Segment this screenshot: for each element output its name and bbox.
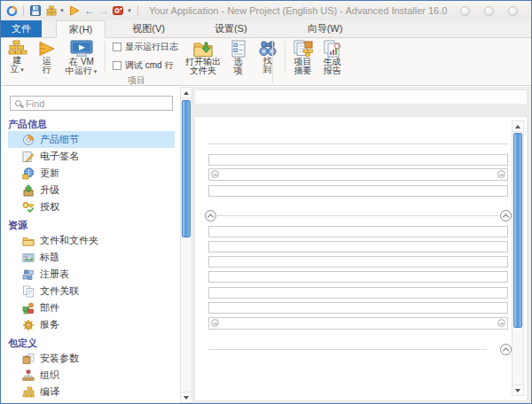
ribbon-tab-bar: 文件 家(H) 视图(V) 设置(S) 向导(W) (1, 20, 531, 38)
main-panel (192, 87, 531, 403)
ribbon-group-label: 项目 (1, 74, 272, 85)
run-icon[interactable] (68, 4, 81, 17)
tab-file[interactable]: 文件 (1, 20, 42, 37)
toolbar-strip (194, 106, 528, 116)
forward-arrow-icon[interactable]: → (98, 5, 109, 16)
maximize-button[interactable] (484, 6, 494, 16)
run-in-vm-button[interactable]: 在 VM 中运行 ▼ (61, 38, 102, 74)
scrollbar-track[interactable] (181, 98, 192, 392)
scroll-up-button[interactable] (181, 88, 192, 98)
checkbox-icon (113, 61, 121, 70)
title-bar: ▼ ← → ▼ Your Application - New Project (… (1, 1, 531, 20)
sidebar-item-assemblies[interactable]: 部件 (1, 299, 180, 316)
form-field-8[interactable] (208, 287, 508, 299)
sidebar-item-media[interactable]: 标题 (1, 249, 180, 266)
search-input[interactable] (26, 98, 168, 109)
back-arrow-icon[interactable]: ← (84, 5, 95, 16)
form-field-6[interactable] (208, 256, 508, 268)
sidebar-item-builds[interactable]: 编译 (1, 384, 180, 400)
application-window: ▼ ← → ▼ Your Application - New Project (… (0, 0, 532, 404)
triangle-up-icon (184, 91, 189, 95)
install-params-icon (22, 353, 35, 365)
form-field-3[interactable] (208, 185, 508, 197)
chevron-down-icon: ▼ (20, 67, 25, 73)
debug-cmd-line-checkbox[interactable]: 调试 cmd 行 (113, 59, 178, 72)
sidebar-item-updates[interactable]: 更新 (1, 165, 180, 182)
scrollbar-track[interactable] (512, 132, 523, 385)
images-icon (22, 252, 35, 264)
show-run-log-checkbox[interactable]: 显示运行日志 (113, 41, 178, 53)
chevron-up-icon (503, 347, 509, 354)
close-button[interactable] (508, 6, 518, 16)
key-icon (22, 201, 35, 214)
collapse-section-button[interactable] (205, 210, 216, 221)
options-button[interactable]: 选 项 (223, 38, 253, 74)
upgrade-box-icon (22, 184, 35, 197)
org-chart-icon (22, 369, 35, 382)
sidebar-item-organization[interactable]: 组织 (1, 367, 180, 384)
search-box[interactable] (10, 96, 173, 111)
form-field-9[interactable] (208, 302, 508, 314)
sidebar-item-product-details[interactable]: 产品细节 (8, 131, 175, 148)
collapse-section-button[interactable] (500, 344, 512, 355)
partial-item-icon (22, 403, 35, 404)
sidebar-item-upgrades[interactable]: 升级 (1, 182, 180, 198)
field-end-icon[interactable] (497, 170, 505, 178)
scroll-down-button[interactable] (181, 392, 192, 402)
sidebar-item-services[interactable]: 服务 (1, 316, 180, 333)
sidebar-scrollbar[interactable] (180, 87, 192, 403)
sidebar-item-partial[interactable] (1, 400, 180, 403)
triangle-down-icon (515, 389, 520, 392)
find-button[interactable]: 找 到 (253, 38, 282, 74)
collapse-section-button[interactable] (500, 210, 512, 221)
field-end-icon[interactable] (211, 319, 219, 327)
project-summary-button[interactable]: 项目 摘要 (288, 38, 317, 74)
bricks-icon (22, 386, 35, 399)
form-field-5[interactable] (208, 241, 508, 252)
app-logo-icon[interactable] (5, 4, 18, 17)
build-report-button[interactable]: 生成 报告 (317, 38, 347, 74)
content-header-bar (194, 89, 528, 105)
scrollbar-thumb[interactable] (182, 100, 191, 237)
minimize-button[interactable] (460, 6, 470, 16)
run-options: 显示运行日志 调试 cmd 行 (108, 38, 183, 74)
form-field-2[interactable] (208, 168, 508, 181)
content-scrollbar[interactable] (512, 120, 524, 396)
build-button[interactable]: 建 立 ▼ (3, 38, 32, 74)
notification-badge-icon[interactable] (113, 4, 125, 17)
field-end-icon[interactable] (211, 170, 219, 178)
build-bricks-icon[interactable] (45, 4, 58, 17)
form-field-1[interactable] (208, 154, 508, 166)
tab-wizard[interactable]: 向导(W) (295, 20, 356, 37)
tab-home[interactable]: 家(H) (56, 20, 106, 38)
divider (137, 5, 138, 16)
bricks-icon (8, 40, 27, 56)
chevron-down-icon[interactable]: ▼ (127, 8, 132, 13)
field-end-icon[interactable] (497, 319, 505, 327)
divider (23, 5, 24, 16)
binoculars-icon (258, 40, 278, 57)
product-details-form (194, 116, 528, 401)
sidebar-item-licensing[interactable]: 授权 (1, 198, 180, 215)
sidebar-section-package-definition: 包定义 (1, 333, 180, 350)
tab-settings[interactable]: 设置(S) (202, 20, 260, 37)
sidebar-item-files-and-folders[interactable]: 文件和文件夹 (1, 232, 180, 249)
sidebar-item-file-associations[interactable]: 文件关联 (1, 283, 180, 299)
form-field-10[interactable] (208, 317, 508, 330)
ribbon: 建 立 ▼ 运 行 在 VM 中运行 ▼ 显示 (1, 38, 531, 86)
scrollbar-thumb[interactable] (513, 133, 522, 328)
open-output-folder-button[interactable]: 打开输出 文件夹 (183, 38, 223, 74)
form-field-7[interactable] (208, 271, 508, 283)
form-field-4[interactable] (208, 226, 508, 237)
sidebar-item-install-parameters[interactable]: 安装参数 (1, 350, 180, 367)
sidebar-item-registry[interactable]: 注册表 (1, 266, 180, 283)
run-button[interactable]: 运 行 (32, 38, 61, 74)
save-icon[interactable] (29, 4, 42, 17)
tab-view[interactable]: 视图(V) (120, 20, 177, 37)
sidebar-item-digital-signature[interactable]: 电子签名 (1, 148, 180, 165)
scroll-down-button[interactable] (512, 385, 523, 395)
content-area: 产品信息 产品细节 电子签名 更新 (1, 87, 531, 403)
components-icon (22, 302, 35, 315)
scroll-up-button[interactable] (512, 121, 523, 132)
chevron-down-icon[interactable]: ▼ (59, 8, 65, 13)
